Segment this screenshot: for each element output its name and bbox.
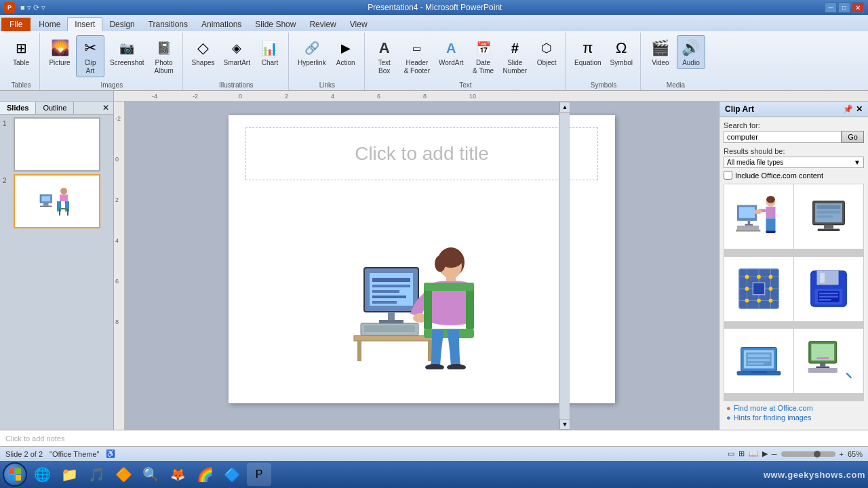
view-slideshow-icon[interactable]: ▶	[762, 449, 768, 458]
object-button[interactable]: ⬡ Object	[532, 35, 561, 69]
view-normal-icon[interactable]: ▭	[728, 449, 734, 458]
taskbar-ie-button[interactable]: 🌐	[30, 463, 54, 486]
taskbar-firefox-button[interactable]: 🦊	[165, 463, 190, 486]
clipart-search-input[interactable]	[724, 131, 842, 143]
textbox-button[interactable]: A TextBox	[370, 35, 399, 77]
canvas-area[interactable]: Click to add title	[125, 102, 719, 430]
tab-slideshow[interactable]: Slide Show	[248, 18, 302, 31]
clipart-item-3[interactable]	[724, 257, 793, 321]
action-button[interactable]: ▶ Action	[332, 35, 360, 69]
zoom-thumb	[814, 451, 821, 458]
taskbar-chrome-button[interactable]: 🌈	[193, 463, 217, 486]
illustrations-buttons: ◇ Shapes ◈ SmartArt 📊 Chart	[189, 34, 284, 81]
window-title: Presentation4 - Microsoft PowerPoint	[368, 3, 502, 12]
hints-link[interactable]: ● Hints for finding images	[726, 413, 861, 422]
slidenumber-button[interactable]: # SlideNumber	[500, 35, 531, 77]
clipart-item-4[interactable]	[794, 257, 863, 321]
text-buttons: A TextBox ▭ Header& Footer A WordArt 📅 D…	[370, 34, 561, 81]
svg-rect-52	[817, 205, 841, 209]
taskbar-vlc-button[interactable]: 🔶	[111, 463, 136, 486]
svg-rect-55	[824, 224, 833, 228]
clipart-header-icons: 📌 ✕	[843, 104, 863, 114]
zoom-out-button[interactable]: ─	[772, 450, 777, 458]
table-button[interactable]: ⊞ Table	[7, 35, 35, 69]
find-more-link[interactable]: ● Find more at Office.com	[726, 404, 861, 412]
clipart-button[interactable]: ✂ ClipArt	[76, 35, 104, 77]
clipart-go-button[interactable]: Go	[842, 131, 864, 143]
tab-review[interactable]: Review	[302, 18, 342, 31]
video-button[interactable]: 🎬 Video	[646, 35, 675, 69]
clipart-pin-icon[interactable]: 📌	[843, 104, 853, 114]
clipart-panel: Clip Art 📌 ✕ Search for: Go Results shou…	[719, 102, 868, 430]
scroll-up-button[interactable]: ▲	[559, 102, 570, 113]
headerfooter-label: Header& Footer	[404, 59, 430, 75]
tab-view[interactable]: View	[343, 18, 374, 31]
clipart-item-2[interactable]	[794, 184, 863, 249]
slides-tab-slides[interactable]: Slides	[0, 102, 36, 114]
audio-button[interactable]: 🔊 Audio	[677, 35, 705, 69]
close-button[interactable]: ✕	[852, 2, 864, 13]
svg-rect-3	[40, 206, 52, 207]
zoom-in-button[interactable]: +	[840, 450, 844, 458]
headerfooter-button[interactable]: ▭ Header& Footer	[401, 35, 433, 77]
svg-rect-17	[372, 301, 397, 304]
svg-rect-22	[354, 336, 435, 341]
svg-rect-45	[766, 206, 776, 218]
minimize-button[interactable]: ─	[825, 2, 837, 13]
slide-thumb-1[interactable]: 1	[3, 117, 111, 171]
tab-file[interactable]: File	[1, 18, 31, 31]
tab-insert[interactable]: Insert	[67, 17, 102, 31]
zoom-slider[interactable]	[781, 451, 835, 457]
hyperlink-button[interactable]: 🔗 Hyperlink	[294, 35, 330, 69]
slide-num-1: 1	[3, 120, 11, 127]
tab-animations[interactable]: Animations	[195, 18, 248, 31]
textbox-label: TextBox	[378, 59, 390, 75]
symbol-button[interactable]: Ω Symbol	[607, 35, 636, 69]
photoalbum-button[interactable]: 📓 PhotoAlbum	[150, 35, 178, 77]
tab-design[interactable]: Design	[102, 18, 141, 31]
clipart-item-1[interactable]	[724, 184, 793, 249]
taskbar-media-button[interactable]: 🎵	[84, 463, 108, 486]
slides-tab-outline[interactable]: Outline	[36, 102, 74, 114]
clipart-close-icon[interactable]: ✕	[856, 104, 863, 114]
notes-bar[interactable]: Click to add notes	[0, 430, 868, 446]
title-placeholder[interactable]: Click to add title	[245, 127, 598, 180]
slides-panel-close[interactable]: ✕	[98, 102, 113, 114]
datetime-button[interactable]: 📅 Date& Time	[469, 35, 498, 77]
picture-button[interactable]: 🌄 Picture	[45, 35, 74, 69]
scroll-down-button[interactable]: ▼	[559, 419, 570, 430]
maximize-button[interactable]: □	[838, 2, 850, 13]
include-office-checkbox[interactable]	[724, 171, 732, 180]
clipart-item-6[interactable]	[794, 329, 863, 393]
slide-img-1	[14, 117, 100, 171]
svg-rect-103	[9, 475, 14, 481]
smartart-button[interactable]: ◈ SmartArt	[220, 35, 254, 69]
ribbon: ⊞ Table Tables 🌄 Picture ✂ ClipArt 📷 Scr…	[0, 31, 868, 91]
svg-rect-10	[67, 209, 68, 216]
taskbar-app1-button[interactable]: 🔷	[220, 463, 244, 486]
clipart-item-5[interactable]	[724, 329, 793, 393]
object-icon: ⬡	[536, 37, 557, 59]
results-type-dropdown[interactable]: All media file types ▼	[724, 157, 864, 168]
svg-rect-95	[820, 363, 825, 367]
taskbar-powerpoint-button[interactable]: P	[247, 463, 271, 486]
find-more-text: Find more at Office.com	[734, 404, 813, 412]
search-label: Search for:	[724, 121, 864, 129]
view-reading-icon[interactable]: 📖	[749, 449, 758, 458]
start-button[interactable]	[3, 462, 27, 487]
svg-point-73	[757, 299, 761, 303]
wordart-button[interactable]: A WordArt	[435, 35, 467, 69]
chart-button[interactable]: 📊 Chart	[256, 35, 284, 69]
equation-button[interactable]: π Equation	[571, 35, 604, 69]
clip-art-on-slide[interactable]	[344, 224, 500, 380]
svg-rect-8	[60, 208, 68, 209]
slide-thumb-2[interactable]: 2	[3, 174, 111, 228]
taskbar-search-button[interactable]: 🔍	[138, 463, 163, 486]
screenshot-button[interactable]: 📷 Screenshot	[106, 35, 148, 69]
view-slidesorter-icon[interactable]: ⊞	[738, 449, 745, 458]
tab-home[interactable]: Home	[32, 18, 67, 31]
tab-transitions[interactable]: Transitions	[142, 18, 195, 31]
taskbar-explorer-button[interactable]: 📁	[57, 463, 81, 486]
object-label: Object	[537, 59, 557, 67]
shapes-button[interactable]: ◇ Shapes	[189, 35, 218, 69]
